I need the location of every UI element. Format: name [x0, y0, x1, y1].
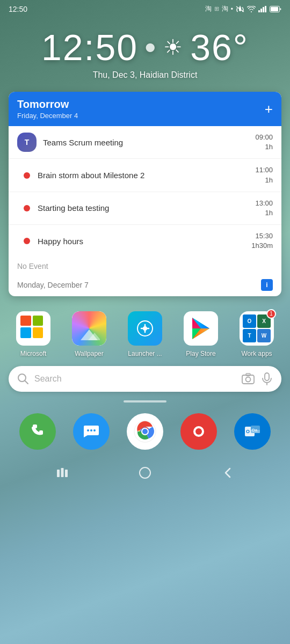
- app-label-playstore: Play Store: [186, 350, 215, 357]
- playstore-icon: [184, 311, 218, 346]
- calendar-title-block: Tomorrow Friday, December 4: [17, 98, 78, 120]
- dot-indicator: •: [231, 5, 233, 13]
- svg-rect-11: [242, 375, 254, 384]
- event-title: Starting beta testing: [38, 203, 249, 213]
- svg-rect-30: [65, 470, 68, 477]
- event-title: Happy hours: [38, 237, 245, 246]
- svg-rect-2: [263, 7, 264, 12]
- app-label-wallpaper: Wallpaper: [75, 350, 104, 357]
- launcher-svg: [136, 319, 154, 338]
- svg-rect-5: [271, 7, 278, 11]
- event-row: Happy hours 15:30 1h30m: [9, 225, 281, 257]
- svg-point-12: [246, 377, 251, 382]
- messages-svg: [82, 422, 100, 441]
- date-location: Thu, Dec 3, Haidian District: [5, 70, 285, 80]
- calendar-events-list: T Teams Scrum meeting 09:00 1h Brain sto…: [9, 126, 281, 258]
- clock-display: 12:50: [41, 26, 138, 68]
- calendar-widget: Tomorrow Friday, December 4 + T Teams Sc…: [9, 92, 281, 296]
- clock-weather-row: 12:50 • ☀ 36°: [5, 26, 285, 68]
- battery-icon: [270, 6, 281, 12]
- svg-rect-29: [61, 468, 64, 477]
- svg-point-15: [87, 429, 89, 431]
- dock-outlook-icon[interactable]: Oa O: [234, 413, 271, 450]
- workapps-icon-wrap: O X T W 1: [240, 311, 274, 346]
- weather-icon: ☀: [163, 35, 184, 60]
- nav-back-button[interactable]: [221, 466, 234, 479]
- playstore-svg: [190, 317, 212, 340]
- app-item-playstore[interactable]: Play Store: [177, 311, 225, 357]
- app-label-microsoft: Microsoft: [20, 350, 47, 357]
- event-dot-icon: [24, 205, 30, 211]
- search-placeholder: Search: [34, 374, 236, 384]
- dock-messages-icon[interactable]: [73, 413, 110, 450]
- phone-svg: [28, 422, 47, 441]
- record-svg: [190, 422, 208, 441]
- wallpaper-icon: [72, 311, 106, 346]
- mic-icon[interactable]: [261, 372, 273, 385]
- search-bar[interactable]: Search: [9, 366, 281, 392]
- event-row: Starting beta testing 13:00 1h: [9, 192, 281, 225]
- outlook-svg: Oa O: [243, 422, 262, 441]
- calendar-header: Tomorrow Friday, December 4 +: [9, 92, 281, 126]
- calendar-add-button[interactable]: +: [265, 101, 273, 118]
- wa-teams: T: [243, 329, 256, 342]
- ms-red: [20, 316, 31, 326]
- svg-rect-14: [265, 373, 269, 380]
- dock-chrome-icon[interactable]: [127, 413, 163, 450]
- calendar-date-sub: Friday, December 4: [17, 112, 78, 120]
- app-label-workapps: Work apps: [241, 350, 272, 357]
- home-bar-line: [124, 400, 166, 402]
- nav-recents-button[interactable]: [56, 466, 69, 479]
- camera-search-icon[interactable]: [242, 373, 255, 385]
- status-time: 12:50: [9, 5, 27, 13]
- recents-icon: [56, 466, 69, 479]
- dock-camera-icon[interactable]: [180, 413, 217, 450]
- taobao-icon2: ⊞: [214, 5, 219, 12]
- app-item-microsoft[interactable]: Microsoft: [9, 311, 57, 357]
- svg-point-23: [195, 428, 202, 435]
- svg-point-16: [90, 429, 92, 431]
- launcher-icon: [128, 311, 162, 346]
- app-item-wallpaper[interactable]: Wallpaper: [65, 311, 113, 357]
- clock-dot: •: [144, 29, 157, 66]
- clock-area: 12:50 • ☀ 36° Thu, Dec 3, Haidian Distri…: [0, 16, 290, 85]
- signal-icon: [258, 6, 267, 12]
- event-title: Teams Scrum meeting: [43, 138, 249, 147]
- home-bar: [0, 400, 290, 402]
- search-icon: [17, 373, 29, 385]
- search-right-icons: [242, 372, 273, 385]
- bottom-dock: Oa O: [0, 407, 290, 456]
- taobao-icon1: 淘: [205, 4, 212, 13]
- svg-rect-28: [57, 470, 60, 477]
- workapps-badge: 1: [266, 309, 276, 319]
- status-icons: 淘 ⊞ 淘 •: [205, 4, 281, 13]
- mute-icon: [236, 5, 244, 13]
- wa-outlook: O: [243, 314, 256, 328]
- svg-rect-0: [258, 10, 260, 12]
- svg-rect-3: [265, 6, 266, 12]
- event-row: T Teams Scrum meeting 09:00 1h: [9, 126, 281, 159]
- microsoft-icon: [16, 311, 50, 346]
- home-icon: [138, 466, 152, 480]
- app-item-workapps[interactable]: O X T W 1 Work apps: [233, 311, 281, 357]
- svg-rect-13: [246, 374, 250, 376]
- wifi-icon: [247, 6, 256, 12]
- microsoft-icon-wrap: [16, 311, 50, 346]
- launcher-icon-wrap: [128, 311, 162, 346]
- temperature: 36°: [190, 26, 249, 68]
- nav-bar: [0, 458, 290, 487]
- svg-text:O: O: [246, 429, 250, 434]
- svg-point-17: [93, 429, 96, 431]
- app-grid: Microsoft Wallpaper: [0, 303, 290, 362]
- ms-blue: [20, 327, 31, 338]
- app-label-launcher: Launcher ...: [128, 350, 162, 357]
- wallpaper-mountain: [78, 328, 100, 341]
- app-item-launcher[interactable]: Launcher ...: [121, 311, 169, 357]
- nav-home-button[interactable]: [138, 466, 152, 480]
- ms-green: [33, 316, 44, 326]
- dock-phone-icon[interactable]: [19, 413, 56, 450]
- event-time: 09:00 1h: [255, 133, 273, 152]
- svg-point-9: [143, 326, 147, 331]
- next-day-row: Monday, December 7 i: [9, 275, 281, 296]
- event-dot-icon: [24, 238, 30, 244]
